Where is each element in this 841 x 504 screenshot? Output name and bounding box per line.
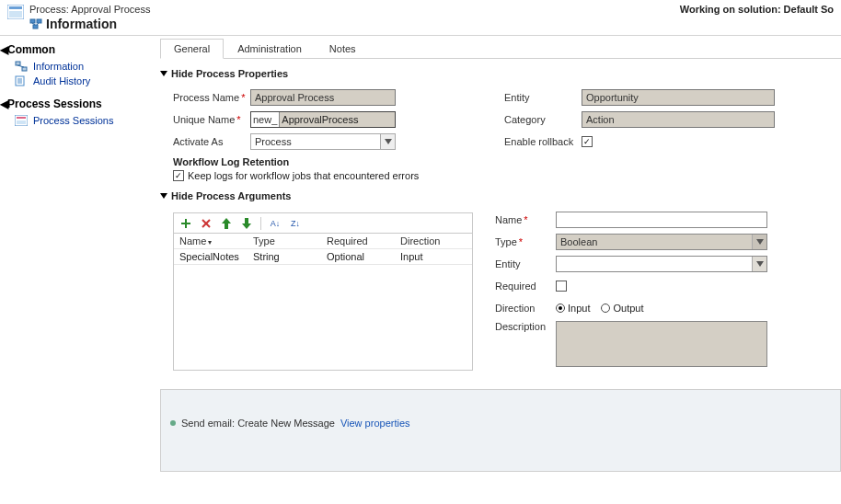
checkbox-keep-logs[interactable] [173, 170, 184, 181]
svg-rect-17 [17, 120, 26, 124]
table-row[interactable]: SpecialNotes String Optional Input [174, 249, 472, 265]
tab-bar: General Administration Notes [160, 38, 841, 59]
sidebar-item-label: Information [33, 61, 84, 72]
svg-rect-1 [9, 6, 22, 9]
bullet-icon [170, 420, 176, 426]
sidebar-item-label: Audit History [33, 75, 90, 86]
information-icon [15, 61, 28, 72]
sort-asc-button[interactable]: A↓ [269, 217, 282, 230]
col-type[interactable]: Type [253, 235, 327, 246]
svg-rect-20 [181, 223, 190, 224]
field-arg-type[interactable]: Boolean [556, 234, 767, 250]
svg-rect-5 [33, 25, 38, 29]
label-workflow-log-retention: Workflow Log Retention [173, 156, 486, 167]
process-icon [7, 5, 24, 19]
label-activate-as: Activate As [173, 136, 250, 147]
label-arg-type: Type* [495, 236, 556, 247]
svg-rect-8 [16, 62, 20, 65]
working-on-solution: Working on solution: Default So [680, 4, 834, 15]
label-enable-rollback: Enable rollback [504, 136, 582, 147]
label-unique-name: Unique Name* [173, 114, 250, 125]
svg-marker-28 [756, 261, 764, 267]
chevron-down-icon [752, 235, 766, 249]
field-arg-description[interactable] [556, 321, 767, 367]
svg-marker-27 [756, 239, 764, 245]
label-keep-logs: Keep logs for workflow jobs that encount… [188, 170, 419, 181]
svg-marker-18 [385, 139, 392, 144]
sidebar-item-information[interactable]: Information [0, 59, 155, 74]
col-direction[interactable]: Direction [400, 235, 465, 246]
svg-rect-3 [30, 19, 35, 23]
col-required[interactable]: Required [327, 235, 400, 246]
delete-argument-button[interactable] [200, 217, 213, 230]
process-label: Process: Approval Process [29, 4, 150, 15]
field-activate-as[interactable]: Process [250, 133, 396, 150]
field-process-name[interactable]: Approval Process [250, 89, 396, 106]
field-unique-name[interactable]: new_ ApprovalProcess [250, 111, 396, 128]
move-up-button[interactable] [220, 217, 233, 230]
chevron-down-icon [752, 257, 766, 271]
step-text: Send email: Create New Message [181, 418, 335, 429]
svg-rect-16 [17, 117, 26, 119]
label-category: Category [504, 114, 582, 125]
chevron-down-icon [160, 193, 167, 199]
tab-administration[interactable]: Administration [224, 39, 316, 59]
label-arg-description: Description [495, 321, 556, 332]
sidebar-section-common: ◀ Common [0, 41, 155, 59]
sidebar-item-audit-history[interactable]: Audit History [0, 74, 155, 88]
svg-rect-9 [22, 67, 27, 71]
svg-rect-24 [225, 223, 228, 229]
label-process-name: Process Name* [173, 92, 250, 103]
tab-notes[interactable]: Notes [316, 39, 370, 59]
move-down-button[interactable] [240, 217, 253, 230]
svg-rect-2 [9, 11, 22, 17]
checkbox-arg-required[interactable] [556, 281, 567, 292]
step-row[interactable]: Send email: Create New Message View prop… [170, 418, 831, 429]
sidebar-item-label: Process Sessions [33, 115, 113, 126]
field-arg-name[interactable] [556, 212, 767, 228]
col-name[interactable]: Name▾ [179, 235, 253, 246]
radio-direction-input[interactable]: Input [556, 303, 590, 314]
chevron-down-icon [160, 71, 167, 76]
view-properties-link[interactable]: View properties [340, 418, 410, 429]
information-icon [29, 18, 42, 29]
section-toggle-process-properties[interactable]: Hide Process Properties [160, 68, 841, 79]
checkbox-enable-rollback[interactable] [582, 136, 593, 147]
label-entity: Entity [504, 92, 582, 103]
field-category[interactable]: Action [582, 111, 775, 128]
radio-direction-output[interactable]: Output [601, 303, 643, 314]
sessions-icon [15, 115, 28, 126]
sort-desc-button[interactable]: Z↓ [289, 217, 302, 230]
chevron-down-icon [380, 134, 395, 149]
section-toggle-process-arguments[interactable]: Hide Process Arguments [160, 190, 841, 201]
sidebar-item-process-sessions[interactable]: Process Sessions [0, 113, 155, 128]
svg-marker-23 [222, 218, 231, 223]
audit-icon [15, 75, 28, 86]
add-argument-button[interactable] [179, 217, 192, 230]
steps-panel: Send email: Create New Message View prop… [160, 389, 841, 472]
tab-general[interactable]: General [160, 39, 224, 59]
sidebar-section-process-sessions: ◀ Process Sessions [0, 96, 155, 113]
label-arg-direction: Direction [495, 303, 556, 314]
field-arg-entity[interactable] [556, 256, 767, 272]
label-arg-required: Required [495, 281, 556, 292]
field-entity[interactable]: Opportunity [582, 89, 775, 106]
sidebar: ◀ Common Information Audit History ◀ Pro… [0, 35, 155, 504]
svg-rect-4 [37, 19, 41, 23]
arguments-table: A↓ Z↓ Name▾ Type Required Direction Spec… [173, 212, 473, 371]
svg-marker-25 [242, 223, 251, 229]
label-arg-entity: Entity [495, 258, 556, 269]
svg-rect-26 [245, 218, 248, 223]
label-arg-name: Name* [495, 214, 556, 225]
page-title: Information [46, 17, 117, 31]
